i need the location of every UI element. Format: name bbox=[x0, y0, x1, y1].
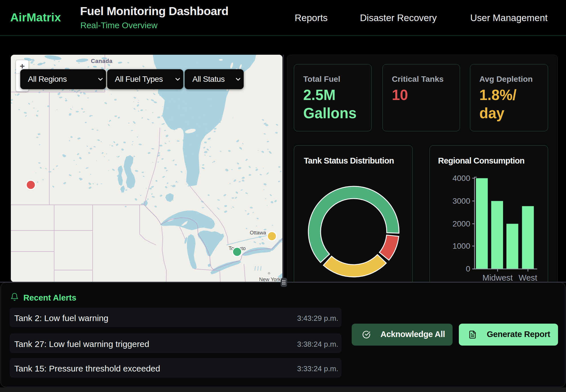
svg-text:Midwest: Midwest bbox=[482, 273, 513, 282]
svg-text:New York: New York bbox=[259, 277, 281, 282]
svg-text:3000: 3000 bbox=[453, 197, 470, 205]
svg-text:4000: 4000 bbox=[453, 174, 470, 183]
svg-text:1000: 1000 bbox=[453, 242, 470, 250]
svg-text:West: West bbox=[519, 273, 538, 282]
svg-text:2000: 2000 bbox=[453, 219, 470, 228]
svg-text:0: 0 bbox=[466, 264, 470, 273]
svg-text:Canada: Canada bbox=[91, 58, 113, 64]
svg-text:Ottawa: Ottawa bbox=[250, 230, 266, 236]
